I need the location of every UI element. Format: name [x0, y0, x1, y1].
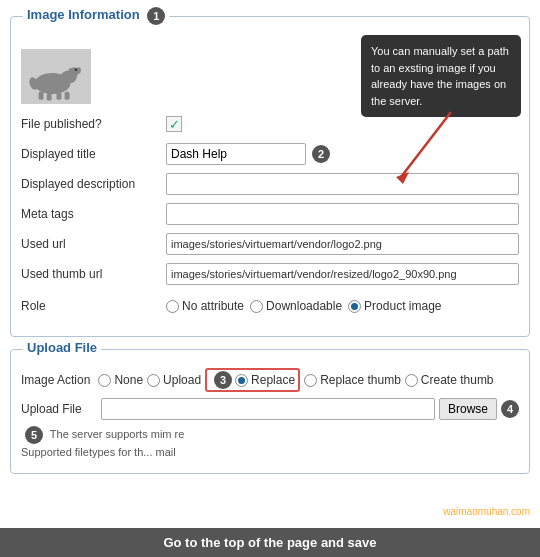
- checkbox-icon[interactable]: ✓: [166, 116, 182, 132]
- browse-button[interactable]: Browse: [439, 398, 497, 420]
- role-label: Role: [21, 299, 166, 313]
- role-option-product-image[interactable]: Product image: [348, 299, 441, 313]
- action-replace[interactable]: Replace: [235, 373, 295, 387]
- used-thumb-url-row: Used thumb url: [21, 262, 519, 286]
- action-upload[interactable]: Upload: [147, 373, 201, 387]
- product-image-thumbnail: [21, 49, 91, 104]
- displayed-title-label: Displayed title: [21, 147, 166, 161]
- footer-bar[interactable]: Go to the top of the page and save: [0, 528, 540, 557]
- upload-file-label: Upload File: [21, 402, 101, 416]
- svg-rect-4: [46, 93, 51, 100]
- role-option-downloadable[interactable]: Downloadable: [250, 299, 342, 313]
- upload-file-title: Upload File: [23, 340, 101, 355]
- upload-file-section: Upload File Image Action None Upload 3 R…: [10, 349, 530, 474]
- role-option-no-attribute[interactable]: No attribute: [166, 299, 244, 313]
- displayed-title-input[interactable]: [166, 143, 306, 165]
- upload-file-row: Upload File Browse 4: [21, 398, 519, 420]
- used-url-input[interactable]: [166, 233, 519, 255]
- action-create-thumb[interactable]: Create thumb: [405, 373, 494, 387]
- tooltip-box: You can manually set a path to an exstin…: [361, 35, 521, 117]
- role-no-attribute-label: No attribute: [182, 299, 244, 313]
- used-url-row: Used url: [21, 232, 519, 256]
- image-info-title: Image Information 1: [23, 7, 169, 25]
- radio-replace[interactable]: [235, 374, 248, 387]
- action-replace-label: Replace: [251, 373, 295, 387]
- action-replace-thumb[interactable]: Replace thumb: [304, 373, 401, 387]
- role-downloadable-label: Downloadable: [266, 299, 342, 313]
- action-upload-label: Upload: [163, 373, 201, 387]
- role-product-image-label: Product image: [364, 299, 441, 313]
- info-text-1: The server supports mim re: [50, 428, 184, 440]
- upload-file-input[interactable]: [101, 398, 435, 420]
- radio-create-thumb[interactable]: [405, 374, 418, 387]
- upload-title-text: Upload File: [27, 340, 97, 355]
- watermark: waimaomuhan.com: [443, 506, 530, 517]
- meta-tags-input[interactable]: [166, 203, 519, 225]
- radio-downloadable[interactable]: [250, 300, 263, 313]
- svg-rect-6: [64, 91, 69, 99]
- radio-replace-thumb[interactable]: [304, 374, 317, 387]
- svg-line-11: [401, 112, 451, 177]
- svg-point-9: [74, 68, 76, 70]
- browse-btn-label: Browse: [448, 402, 488, 416]
- dog-icon: [24, 52, 89, 102]
- action-create-thumb-label: Create thumb: [421, 373, 494, 387]
- file-published-checkbox[interactable]: ✓: [166, 116, 182, 132]
- meta-tags-label: Meta tags: [21, 207, 166, 221]
- meta-tags-row: Meta tags: [21, 202, 519, 226]
- watermark-text: waimaomuhan.com: [443, 506, 530, 517]
- image-action-row: Image Action None Upload 3 Replace Repla…: [21, 368, 519, 392]
- badge-5: 5: [25, 426, 43, 444]
- action-replace-thumb-label: Replace thumb: [320, 373, 401, 387]
- radio-no-attribute[interactable]: [166, 300, 179, 313]
- action-none[interactable]: None: [98, 373, 143, 387]
- used-thumb-url-label: Used thumb url: [21, 267, 166, 281]
- info-text-2: Supported filetypes for th... mail: [21, 446, 176, 458]
- image-action-label: Image Action: [21, 373, 90, 387]
- badge-2: 2: [312, 145, 330, 163]
- badge-1: 1: [147, 7, 165, 25]
- displayed-description-label: Displayed description: [21, 177, 166, 191]
- radio-product-image[interactable]: [348, 300, 361, 313]
- badge-4: 4: [501, 400, 519, 418]
- tooltip-text: You can manually set a path to an exstin…: [371, 45, 509, 107]
- svg-rect-5: [56, 92, 61, 99]
- info-text-area: 5 The server supports mim re Supported f…: [21, 426, 519, 461]
- section-title-text: Image Information: [27, 7, 140, 22]
- role-options: No attribute Downloadable Product image: [166, 299, 441, 313]
- tooltip-arrow-svg: [391, 112, 481, 182]
- radio-none[interactable]: [98, 374, 111, 387]
- radio-upload[interactable]: [147, 374, 160, 387]
- action-none-label: None: [114, 373, 143, 387]
- used-thumb-url-input[interactable]: [166, 263, 519, 285]
- file-published-label: File published?: [21, 117, 166, 131]
- badge-3: 3: [214, 371, 232, 389]
- footer-text: Go to the top of the page and save: [163, 535, 376, 550]
- svg-rect-3: [38, 91, 43, 99]
- role-row: Role No attribute Downloadable Product i…: [21, 294, 519, 318]
- replace-highlight-box: 3 Replace: [205, 368, 300, 392]
- image-information-section: Image Information 1 File published? ✓ Di…: [10, 16, 530, 337]
- svg-point-8: [68, 68, 73, 73]
- used-url-label: Used url: [21, 237, 166, 251]
